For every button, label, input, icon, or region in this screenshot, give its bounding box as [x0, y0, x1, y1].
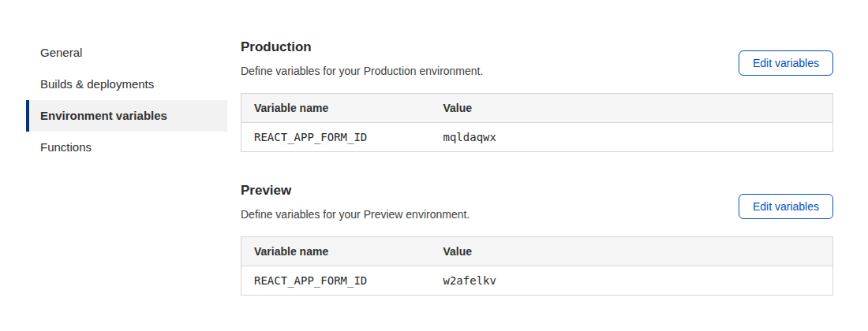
column-header-variable-name: Variable name	[241, 94, 431, 123]
section-title: Preview	[241, 183, 723, 199]
edit-variables-button[interactable]: Edit variables	[739, 50, 833, 76]
table-row: REACT_APP_FORM_ID mqldaqwx	[241, 123, 833, 152]
production-section-header: Production Define variables for your Pro…	[241, 39, 833, 77]
section-title: Production	[241, 39, 723, 55]
sidebar-item-label: Functions	[40, 132, 92, 163]
section-description: Define variables for your Production env…	[241, 65, 723, 77]
sidebar-item-label: General	[40, 37, 82, 69]
sidebar-item-environment-variables[interactable]: Environment variables	[26, 100, 227, 132]
sidebar-item-label: Environment variables	[40, 100, 167, 132]
table-header-row: Variable name Value	[241, 94, 833, 123]
column-header-variable-name: Variable name	[241, 237, 431, 266]
production-section: Production Define variables for your Pro…	[241, 39, 833, 152]
preview-section-header: Preview Define variables for your Previe…	[241, 183, 833, 221]
sidebar-item-general[interactable]: General	[26, 37, 227, 69]
table-header-row: Variable name Value	[241, 237, 833, 266]
variable-name-cell: REACT_APP_FORM_ID	[241, 123, 431, 152]
column-header-value: Value	[431, 94, 833, 123]
variable-value-cell: w2afelkv	[431, 266, 833, 296]
variable-name-cell: REACT_APP_FORM_ID	[241, 266, 431, 296]
environment-variables-content: Production Define variables for your Pro…	[241, 37, 833, 326]
settings-page: General Builds & deployments Environment…	[0, 0, 868, 326]
preview-variables-table: Variable name Value REACT_APP_FORM_ID w2…	[241, 236, 833, 296]
preview-section: Preview Define variables for your Previe…	[241, 183, 833, 296]
settings-sidebar: General Builds & deployments Environment…	[26, 37, 227, 326]
section-description: Define variables for your Preview enviro…	[241, 208, 723, 221]
edit-variables-button[interactable]: Edit variables	[739, 194, 833, 219]
variable-value-cell: mqldaqwx	[431, 123, 833, 152]
column-header-value: Value	[431, 237, 833, 266]
production-variables-table: Variable name Value REACT_APP_FORM_ID mq…	[241, 93, 833, 152]
sidebar-item-builds-deployments[interactable]: Builds & deployments	[26, 69, 227, 100]
sidebar-item-label: Builds & deployments	[40, 69, 154, 100]
table-row: REACT_APP_FORM_ID w2afelkv	[241, 266, 833, 296]
sidebar-item-functions[interactable]: Functions	[26, 132, 227, 163]
